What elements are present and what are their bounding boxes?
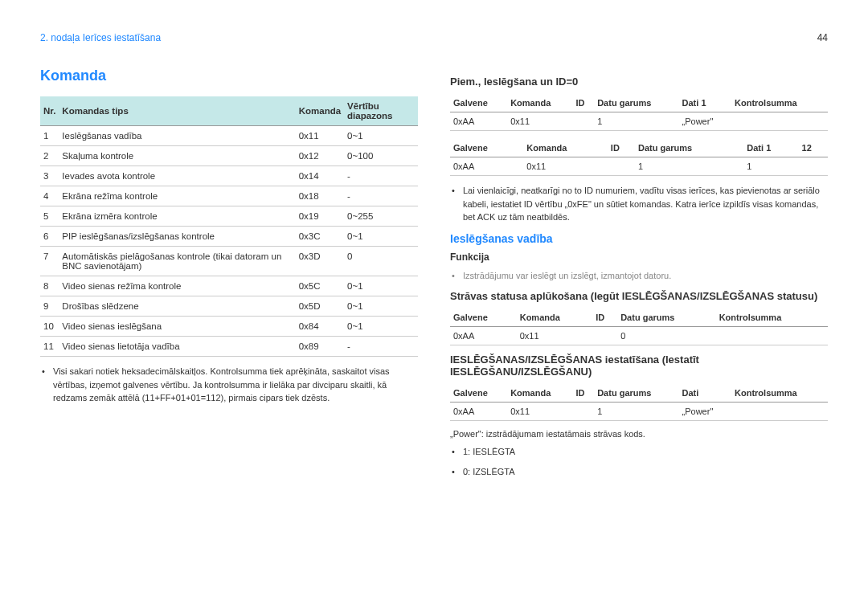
table-row: 0xAA0x1111: [450, 157, 828, 176]
table-row: 9Drošības slēdzene0x5D0~1: [40, 296, 418, 317]
col-komanda: Komanda: [296, 96, 344, 126]
table-row: 0xAA0x111„Power": [450, 112, 828, 131]
example-table-1: GalveneKomandaIDDatu garumsDati 1Kontrol…: [450, 94, 828, 131]
col-nr: Nr.: [40, 96, 59, 126]
table-row: 5Ekrāna izmēra kontrole0x190~255: [40, 206, 418, 227]
table-row: 3Ievades avota kontrole0x14-: [40, 166, 418, 186]
table-row: 1Ieslēgšanas vadība0x110~1: [40, 126, 418, 146]
komanda-title: Komanda: [40, 67, 418, 84]
commands-table: Nr. Komandas tips Komanda Vērtību diapaz…: [40, 96, 418, 357]
power-0: 0: IZSLĒGTA: [463, 465, 828, 479]
chapter-label: 2. nodaļa Ierīces iestatīšana: [40, 32, 828, 43]
example-title: Piem., Ieslēgšana un ID=0: [450, 76, 828, 88]
power-control-title: Ieslēgšanas vadība: [450, 232, 828, 245]
table-row: 7Automātiskās pielāgošanas kontrole (tik…: [40, 247, 418, 276]
set-heading: IESLĒGŠANAS/IZSLĒGŠANAS iestatīšana (Ies…: [450, 353, 828, 378]
left-note: Visi sakari notiek heksadecimālskaitļos.…: [53, 365, 418, 405]
function-label: Funkcija: [450, 251, 828, 263]
table-row: 0xAA0x110: [450, 327, 828, 345]
status-table: GalveneKomandaIDDatu garumsKontrolsumma …: [450, 309, 828, 345]
table-row: 4Ekrāna režīma kontrole0x18-: [40, 186, 418, 206]
status-heading: Strāvas statusa aplūkošana (Iegūt IESLĒG…: [450, 290, 828, 302]
table-row: 11Video sienas lietotāja vadība0x89-: [40, 337, 418, 357]
left-column: Komanda Nr. Komandas tips Komanda Vērtīb…: [40, 67, 418, 484]
set-table: GalveneKomandaIDDatu garumsDatiKontrolsu…: [450, 384, 828, 421]
right-note-1: Lai vienlaicīgi, neatkarīgi no to ID num…: [463, 184, 828, 224]
table-row: 0xAA0x111„Power": [450, 403, 828, 421]
table-row: 6PIP ieslēgšanas/izslēgšanas kontrole0x3…: [40, 227, 418, 247]
table-row: 8Video sienas režīma kontrole0x5C0~1: [40, 276, 418, 296]
function-text: Izstrādājumu var ieslēgt un izslēgt, izm…: [463, 269, 828, 283]
example-table-2: GalveneKomandaIDDatu garumsDati 112 0xAA…: [450, 139, 828, 176]
table-row: 2Skaļuma kontrole0x120~100: [40, 146, 418, 166]
power-desc: „Power": izstrādājumam iestatāmais strāv…: [450, 429, 828, 439]
table-row: 10Video sienas ieslēgšana0x840~1: [40, 317, 418, 337]
power-1: 1: IESLĒGTA: [463, 445, 828, 459]
col-tips: Komandas tips: [59, 96, 295, 126]
page-number: 44: [817, 32, 828, 43]
right-column: Piem., Ieslēgšana un ID=0 GalveneKomanda…: [450, 67, 828, 484]
col-range: Vērtību diapazons: [344, 96, 418, 126]
main-content: Komanda Nr. Komandas tips Komanda Vērtīb…: [40, 67, 828, 484]
